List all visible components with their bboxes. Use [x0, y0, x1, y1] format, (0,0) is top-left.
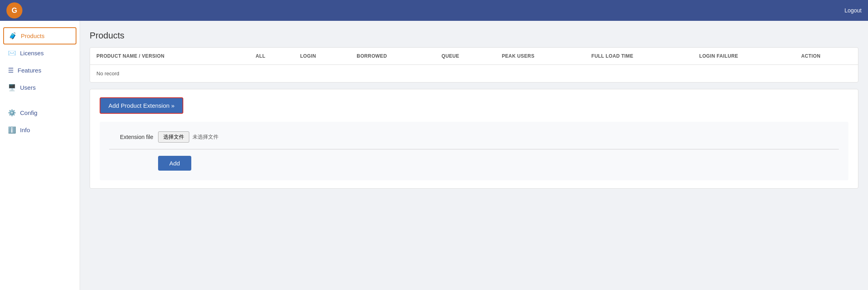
sidebar-item-products[interactable]: 🧳 Products — [3, 27, 76, 44]
sidebar-item-users-label: Users — [20, 84, 36, 91]
licenses-icon: ✉️ — [8, 49, 16, 57]
file-input-wrapper: 选择文件 未选择文件 — [158, 131, 219, 143]
extension-form: Extension file 选择文件 未选择文件 Add — [100, 122, 848, 180]
features-icon: ☰ — [8, 66, 14, 74]
config-icon: ⚙️ — [8, 109, 16, 117]
no-file-chosen-text: 未选择文件 — [192, 133, 219, 141]
col-product-name: PRODUCT NAME / VERSION — [90, 48, 249, 65]
sidebar-item-config[interactable]: ⚙️ Config — [0, 104, 80, 121]
add-product-extension-button[interactable]: Add Product Extension » — [100, 97, 183, 114]
logout-button[interactable]: Logout — [844, 7, 862, 14]
col-all: ALL — [249, 48, 294, 65]
main-content: Products PRODUCT NAME / VERSION ALL LOGI… — [80, 21, 868, 290]
products-table: PRODUCT NAME / VERSION ALL LOGIN BORROWE… — [90, 48, 858, 82]
sidebar-item-info[interactable]: ℹ️ Info — [0, 121, 80, 139]
col-login-failure: LOGIN FAILURE — [693, 48, 795, 65]
page-title: Products — [90, 30, 858, 41]
no-record-text: No record — [90, 65, 858, 83]
col-action: ACTION — [795, 48, 858, 65]
table-row-empty: No record — [90, 65, 858, 83]
col-queue: QUEUE — [435, 48, 495, 65]
sidebar-item-licenses-label: Licenses — [20, 50, 44, 56]
add-button[interactable]: Add — [158, 156, 191, 171]
extension-file-row: Extension file 选择文件 未选择文件 — [109, 131, 839, 143]
add-extension-section: Add Product Extension » Extension file 选… — [90, 89, 858, 189]
logo: G — [6, 2, 22, 18]
top-nav: G Logout — [0, 0, 868, 21]
sidebar-item-config-label: Config — [20, 109, 37, 116]
sidebar-item-features-label: Features — [18, 67, 41, 74]
sidebar-item-products-label: Products — [21, 32, 44, 39]
col-login: LOGIN — [294, 48, 350, 65]
products-icon: 🧳 — [9, 32, 17, 40]
form-divider — [109, 149, 839, 149]
products-table-container: PRODUCT NAME / VERSION ALL LOGIN BORROWE… — [90, 47, 858, 83]
logo-text: G — [12, 6, 17, 15]
sidebar: 🧳 Products ✉️ Licenses ☰ Features 🖥️ Use… — [0, 21, 80, 290]
sidebar-item-features[interactable]: ☰ Features — [0, 62, 80, 79]
col-peak-users: PEAK USERS — [495, 48, 585, 65]
sidebar-item-licenses[interactable]: ✉️ Licenses — [0, 44, 80, 62]
extension-file-label: Extension file — [109, 134, 153, 140]
sidebar-item-info-label: Info — [20, 127, 30, 133]
info-icon: ℹ️ — [8, 126, 16, 134]
col-full-load-time: FULL LOAD TIME — [585, 48, 693, 65]
choose-file-button[interactable]: 选择文件 — [158, 131, 189, 143]
main-layout: 🧳 Products ✉️ Licenses ☰ Features 🖥️ Use… — [0, 21, 868, 290]
sidebar-item-users[interactable]: 🖥️ Users — [0, 79, 80, 96]
users-icon: 🖥️ — [8, 84, 16, 91]
col-borrowed: BORROWED — [350, 48, 435, 65]
